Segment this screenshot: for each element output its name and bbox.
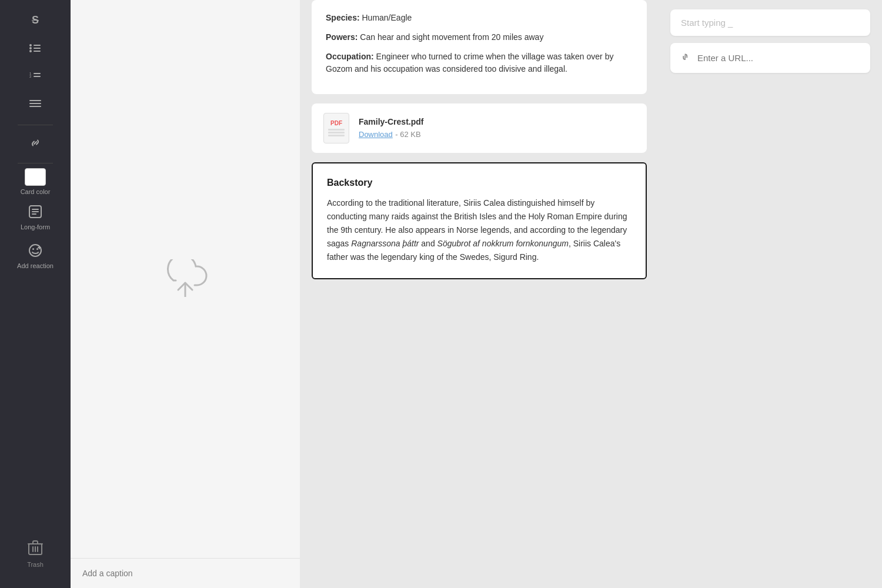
add-reaction-tool[interactable]: Add reaction: [14, 236, 57, 273]
file-size: - 62 KB: [395, 130, 420, 139]
file-name: Family-Crest.pdf: [359, 117, 423, 126]
backstory-text: According to the traditional literature,…: [327, 196, 632, 264]
occupation-label: Occupation:: [326, 52, 374, 61]
url-box[interactable]: [670, 43, 870, 73]
add-reaction-label: Add reaction: [17, 262, 54, 269]
svg-rect-16: [32, 213, 36, 215]
trash-label: Trash: [27, 561, 44, 568]
svg-point-2: [29, 47, 32, 49]
powers-label: Powers:: [326, 32, 358, 42]
svg-rect-1: [34, 45, 41, 46]
caption-area[interactable]: [71, 558, 300, 588]
numbered-list-icon[interactable]: 1 2: [22, 64, 48, 89]
svg-rect-15: [32, 211, 39, 212]
species-value: Human/Eagle: [362, 13, 412, 22]
svg-rect-5: [34, 51, 41, 52]
svg-rect-12: [29, 106, 41, 107]
align-icon[interactable]: [22, 92, 48, 118]
file-info: Family-Crest.pdf Download - 62 KB: [359, 117, 423, 139]
sidebar: S 1 2: [0, 0, 71, 588]
long-form-tool[interactable]: Long-form: [17, 198, 54, 234]
main-area: Species: Human/Eagle Powers: Can hear an…: [71, 0, 882, 588]
add-reaction-icon: [25, 240, 46, 261]
content-panel: Species: Human/Eagle Powers: Can hear an…: [300, 0, 659, 588]
svg-rect-7: [34, 73, 41, 74]
caption-input[interactable]: [82, 569, 288, 578]
svg-rect-9: [34, 76, 41, 77]
svg-point-19: [36, 248, 38, 250]
download-link[interactable]: Download: [359, 130, 393, 139]
powers-value: Can hear and sight movement from 20 mile…: [360, 32, 543, 42]
species-row: Species: Human/Eagle: [326, 12, 633, 24]
svg-point-4: [29, 50, 32, 52]
middle-panel: [71, 0, 300, 588]
long-form-label: Long-form: [21, 223, 50, 230]
pdf-icon: PDF: [323, 113, 349, 143]
backstory-title: Backstory: [327, 178, 632, 188]
sidebar-divider-2: [18, 163, 53, 163]
trash-icon: [28, 540, 43, 560]
occupation-row: Occupation: Engineer who turned to crime…: [326, 51, 633, 75]
right-panel: Start typing _: [659, 0, 882, 588]
long-form-icon: [25, 201, 46, 222]
upload-cloud-icon: [162, 259, 209, 299]
svg-point-18: [32, 248, 34, 250]
svg-point-0: [29, 44, 32, 46]
strikethrough-icon[interactable]: S: [22, 7, 48, 33]
species-label: Species:: [326, 13, 360, 22]
link-sidebar-icon[interactable]: [22, 130, 48, 156]
info-card: Species: Human/Eagle Powers: Can hear an…: [312, 0, 647, 94]
search-placeholder: Start typing _: [681, 18, 733, 28]
search-box[interactable]: Start typing _: [670, 9, 870, 36]
svg-text:2: 2: [29, 75, 32, 78]
card-color-tool[interactable]: Card color: [21, 168, 51, 195]
svg-rect-11: [29, 103, 41, 104]
powers-row: Powers: Can hear and sight movement from…: [326, 31, 633, 44]
card-color-label: Card color: [21, 188, 51, 195]
file-meta: Download - 62 KB: [359, 129, 423, 139]
sidebar-divider: [18, 125, 53, 125]
backstory-card: Backstory According to the traditional l…: [312, 162, 647, 279]
color-box[interactable]: [25, 168, 46, 186]
file-card: PDF Family-Crest.pdf Download - 62 KB: [312, 103, 647, 153]
url-link-icon: [678, 49, 695, 66]
svg-rect-14: [32, 209, 39, 210]
svg-rect-3: [34, 48, 41, 49]
svg-rect-10: [29, 100, 41, 101]
bullet-list-icon[interactable]: [22, 35, 48, 61]
upload-area[interactable]: [71, 0, 300, 558]
url-input[interactable]: [697, 53, 860, 63]
trash-tool[interactable]: Trash: [24, 536, 47, 572]
